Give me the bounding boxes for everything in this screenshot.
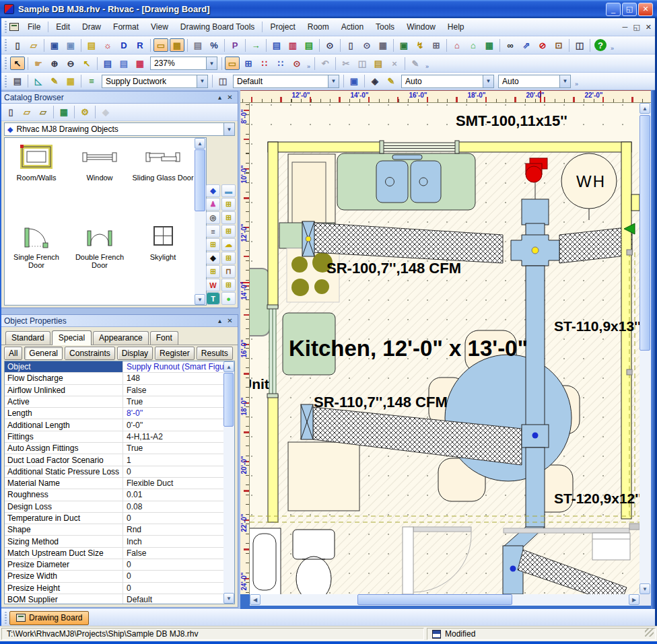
property-row[interactable]: Presize Diameter0 <box>5 559 223 571</box>
print-icon[interactable]: ▦ <box>376 38 390 52</box>
building-icon[interactable]: ▤ <box>84 38 99 52</box>
width-combo[interactable]: Auto▼ <box>401 75 494 88</box>
dropdown-arrow-icon[interactable]: ▼ <box>328 75 339 87</box>
duct-node-dot-yellow[interactable] <box>532 247 539 254</box>
drawing-board-tab[interactable]: Drawing Board <box>9 611 89 625</box>
menu-item-draw[interactable]: Draw <box>76 20 107 34</box>
model-3d-icon[interactable]: ▩ <box>170 38 184 52</box>
insert-object-icon[interactable]: ⊞ <box>221 252 236 264</box>
catalog-item-double-french-door[interactable]: Double French Door <box>68 217 131 297</box>
color-dots-icon[interactable]: ∷ <box>257 57 272 70</box>
window-colors-icon[interactable]: ▦ <box>133 57 147 70</box>
project-info-icon[interactable]: P <box>228 38 242 52</box>
subtab-general[interactable]: General <box>24 347 63 360</box>
picture-icon[interactable]: ▦ <box>482 38 497 52</box>
plug-icon[interactable]: ◆ <box>206 252 220 264</box>
subtab-results[interactable]: Results <box>197 347 233 360</box>
menu-item-tools[interactable]: Tools <box>370 20 401 34</box>
menu-item-edit[interactable]: Edit <box>50 20 76 34</box>
zoom-in-icon[interactable]: ⊕ <box>47 57 62 70</box>
toolbar-overflow-icon[interactable]: » <box>305 57 312 70</box>
tree-view-icon[interactable]: ⊞ <box>429 38 444 52</box>
kitchen-island[interactable] <box>288 442 359 511</box>
property-value[interactable]: 0 <box>123 467 223 476</box>
dropdown-arrow-icon[interactable]: ▼ <box>223 123 234 135</box>
preview-image-icon[interactable]: ▦ <box>57 106 71 119</box>
canvas-vertical-scrollbar[interactable]: ▲ ▼ <box>639 103 651 594</box>
drawing-canvas[interactable]: SMT-100,11x15'' WH SR-100,7'',148 CFM ST… <box>250 103 639 594</box>
menu-item-file[interactable]: File <box>22 20 46 34</box>
property-row[interactable]: Design Loss0.08 <box>5 501 223 513</box>
insert-object-icon[interactable]: ⊞ <box>221 225 236 238</box>
import-icon[interactable]: → <box>248 38 263 52</box>
dropdown-arrow-icon[interactable]: ▼ <box>197 75 207 87</box>
canvas-horizontal-scrollbar[interactable]: ◀ ▶ <box>250 594 639 606</box>
resize-grip[interactable] <box>645 628 654 637</box>
export-crate-icon[interactable]: ⊡ <box>551 38 566 52</box>
scroll-down-icon[interactable]: ▼ <box>223 593 234 604</box>
new-document-icon[interactable]: ▯ <box>10 38 25 52</box>
property-value[interactable]: 0.08 <box>123 502 223 511</box>
subtab-register[interactable]: Register <box>155 347 195 360</box>
property-row[interactable]: Additional Length0'-0'' <box>5 419 223 431</box>
scroll-down-icon[interactable]: ▼ <box>639 583 650 594</box>
cloud-icon[interactable]: ☁ <box>221 238 236 251</box>
thermostat-icon[interactable]: T <box>206 292 220 305</box>
property-value[interactable]: 148 <box>123 373 223 383</box>
find-icon[interactable]: ∞ <box>503 38 518 52</box>
save-catalog-icon[interactable]: ▱ <box>36 106 50 119</box>
help-icon[interactable]: ? <box>594 39 607 51</box>
insert-object-icon[interactable]: ⊞ <box>221 198 236 211</box>
toolbar-grip[interactable] <box>5 75 7 87</box>
property-row[interactable]: Temperature in Duct0 <box>5 513 223 524</box>
property-value[interactable]: Inch <box>123 537 223 546</box>
minimize-button[interactable]: _ <box>606 3 621 16</box>
person-icon[interactable]: ♟ <box>206 198 220 211</box>
insert-object-icon[interactable]: ⊞ <box>206 265 220 278</box>
catalog-scrollbar[interactable]: ▲ ▼ <box>195 138 206 305</box>
register-r-icon[interactable]: R <box>133 38 147 52</box>
catalog-item-sliding-glass-door[interactable]: Sliding Glass Door <box>131 138 195 217</box>
property-value[interactable]: Default <box>123 595 223 604</box>
table-icon[interactable]: ⊓ <box>221 265 236 278</box>
zoom-report-icon[interactable]: ⊙ <box>322 38 337 52</box>
toolbar-overflow-icon[interactable]: » <box>609 39 616 52</box>
menu-item-window[interactable]: Window <box>401 20 442 34</box>
pencil-icon[interactable]: ✎ <box>384 75 399 88</box>
align-grid-icon[interactable]: ⊞ <box>241 57 256 70</box>
menu-item-format[interactable]: Format <box>107 20 145 34</box>
property-row[interactable]: Material NameFlexible Duct <box>5 478 223 489</box>
chart-icon[interactable]: ▥ <box>285 38 300 52</box>
scroll-up-icon[interactable]: ▲ <box>223 361 234 372</box>
house-icon[interactable]: ⌂ <box>450 38 464 52</box>
fan-icon[interactable]: ☼ <box>100 38 115 52</box>
label-sr100[interactable]: SR-100,7'',148 CFM <box>326 260 461 277</box>
property-value[interactable]: 0 <box>123 583 223 593</box>
catalog-settings-icon[interactable]: ⚙ <box>77 106 92 119</box>
style-combo[interactable]: Default▼ <box>233 75 339 88</box>
property-value[interactable]: True <box>123 443 223 453</box>
label-sr110[interactable]: SR-110,7'',148 CFM <box>314 394 448 410</box>
mdi-minimize-icon[interactable]: ─ <box>623 23 628 32</box>
zoom-select-icon[interactable]: ↖ <box>79 57 94 70</box>
fan-off-icon[interactable]: ⊘ <box>535 38 550 52</box>
floor-plan-icon[interactable]: ▭ <box>153 38 168 52</box>
pan-tool-icon[interactable]: ☛ <box>31 57 46 70</box>
zoom-colors-icon[interactable]: ⊙ <box>289 57 304 70</box>
property-row[interactable]: Airflow UnlinkedFalse <box>5 385 223 396</box>
property-value[interactable]: 0 <box>123 571 223 581</box>
property-value[interactable]: Rnd <box>123 525 223 534</box>
lightning-icon[interactable]: ↯ <box>413 38 427 52</box>
set-square-icon[interactable]: ◺ <box>31 75 46 88</box>
duct-node-dot-blue[interactable] <box>532 433 539 439</box>
adjacent-unit-equipment[interactable] <box>250 269 270 336</box>
scroll-thumb[interactable] <box>639 115 650 351</box>
toolbar-overflow-icon[interactable]: » <box>423 57 431 70</box>
insert-object-icon[interactable]: ⊞ <box>206 238 220 251</box>
format-painter-icon[interactable]: ✎ <box>408 57 423 70</box>
duct-d-icon[interactable]: D <box>116 38 131 52</box>
list-icon[interactable]: ▣ <box>347 75 361 88</box>
tab-standard[interactable]: Standard <box>5 331 50 345</box>
catalog-item-single-french-door[interactable]: Single French Door <box>5 217 68 297</box>
property-row[interactable]: ShapeRnd <box>5 524 223 536</box>
